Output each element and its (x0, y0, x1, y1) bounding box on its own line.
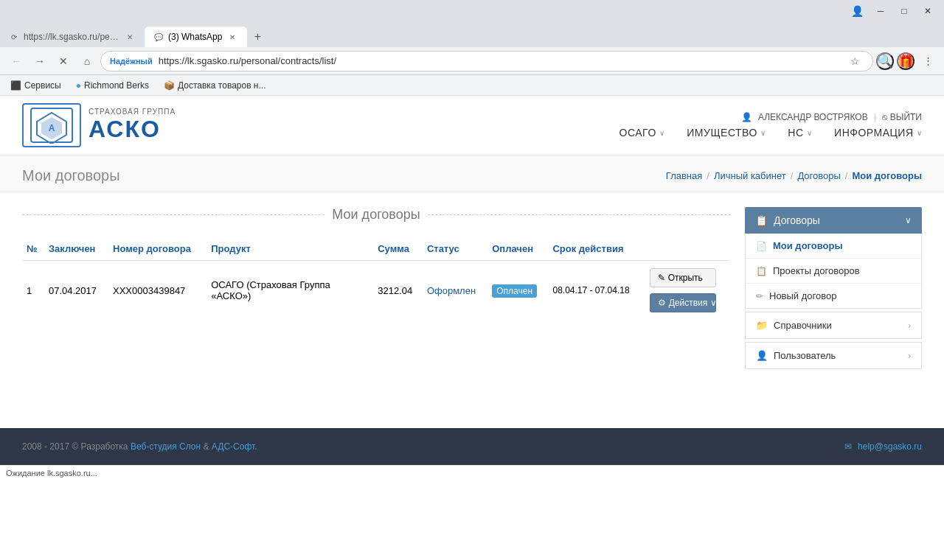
cell-validity: 08.04.17 - 07.04.18 (548, 261, 645, 321)
col-signed: Заключен (44, 237, 108, 261)
extension-icon-2[interactable]: 🎁 (897, 52, 914, 70)
sidebar-contracts-header[interactable]: 📋 Договоры ∨ (745, 207, 922, 234)
breadcrumb: Главная / Личный кабинет / Договоры / Мо… (666, 170, 922, 181)
col-num: № (22, 237, 44, 261)
header-right: 👤 АЛЕКСАНДР ВОСТРЯКОВ | ⎋ ВЫЙТИ ОСАГО ∨ … (620, 112, 922, 139)
footer-contact: ✉ help@sgasko.ru (844, 441, 922, 452)
cell-contract-num: ХХХ0003439847 (108, 261, 206, 321)
sidebar-references: 📁 Справочники › (745, 312, 922, 339)
actions-icon: ⚙ (658, 298, 666, 308)
nav-osago-chevron: ∨ (659, 129, 665, 137)
sidebar-item-my-contracts[interactable]: 📄 Мои договоры (746, 234, 921, 259)
col-contract-num: Номер договора (108, 237, 206, 261)
email-icon: ✉ (844, 441, 852, 452)
logout-label: ВЫЙТИ (890, 112, 922, 122)
nav-ns[interactable]: НС ∨ (788, 127, 812, 139)
logout-button[interactable]: ⎋ ВЫЙТИ (882, 112, 922, 122)
ads-link[interactable]: АДС-Софт. (212, 441, 257, 452)
svg-text:А: А (49, 123, 55, 133)
bookmarks-bar: ⬛ Сервисы ● Richmond Berks 📦 Доставка то… (0, 75, 944, 96)
sidebar-item-draft-contracts[interactable]: 📋 Проекты договоров (746, 259, 921, 284)
nav-property[interactable]: ИМУЩЕСТВО ∨ (687, 127, 766, 139)
tabs-bar: ⟳ https://lk.sgasko.ru/pers... ✕ 💬 (3) W… (0, 22, 944, 47)
nav-osago-label: ОСАГО (620, 127, 656, 139)
status-text: Ожидание lk.sgasko.ru... (6, 469, 97, 477)
home-button[interactable]: ⌂ (77, 51, 97, 71)
back-button[interactable]: ← (6, 51, 27, 71)
window-controls: 👤 ─ □ ✕ (847, 1, 938, 21)
user-section-label: Пользователь (774, 350, 836, 361)
my-contracts-label: Мои договоры (773, 240, 843, 251)
user-icon: 👤 (741, 112, 752, 122)
breadcrumb-cabinet[interactable]: Личный кабинет (714, 170, 786, 181)
breadcrumb-contracts[interactable]: Договоры (797, 170, 840, 181)
draft-contracts-icon: 📋 (756, 266, 767, 276)
cell-paid: Оплачен (487, 261, 548, 321)
sidebar-item-new-contract[interactable]: ✏ Новый договор (746, 284, 921, 308)
nav-ns-chevron: ∨ (807, 129, 813, 137)
user-chevron: › (908, 351, 911, 361)
nav-osago[interactable]: ОСАГО ∨ (620, 127, 665, 139)
open-button[interactable]: ✎ Открыть (650, 268, 716, 287)
col-paid: Оплачен (487, 237, 548, 261)
bookmark-richmond[interactable]: ● Richmond Berks (72, 79, 153, 92)
user-info: 👤 АЛЕКСАНДР ВОСТРЯКОВ | ⎋ ВЫЙТИ (741, 112, 922, 122)
studio-link[interactable]: Веб-студия Слон (131, 441, 201, 452)
cell-actions: ✎ Открыть ⚙ Действия ∨ (645, 261, 730, 321)
nav-info-chevron: ∨ (917, 129, 923, 137)
tab-close-1[interactable]: ✕ (124, 31, 136, 43)
contracts-table: № Заключен Номер договора Продукт Сумма … (22, 237, 730, 320)
nav-bar: ← → ✕ ⌂ Надёжный https://lk.sgasko.ru/pe… (0, 47, 944, 75)
col-validity: Срок действия (548, 237, 645, 261)
close-button[interactable]: ✕ (917, 3, 938, 19)
tab-inactive[interactable]: ⟳ https://lk.sgasko.ru/pers... ✕ (0, 27, 145, 47)
bookmark-icon-3: 📦 (164, 80, 175, 91)
page: А страховая группа АСКО 👤 АЛЕКСАНДР ВОСТ… (0, 96, 944, 465)
reload-button[interactable]: ✕ (53, 51, 74, 71)
minimize-button[interactable]: ─ (870, 3, 891, 19)
sidebar-references-header[interactable]: 📁 Справочники › (746, 312, 921, 338)
user-name: АЛЕКСАНДР ВОСТРЯКОВ (758, 112, 868, 122)
chrome-menu-button[interactable]: ⋮ (917, 51, 938, 71)
new-contract-icon: ✏ (756, 291, 763, 301)
main-content: Мои договоры № Заключен Номер договора П… (22, 207, 730, 369)
references-label: Справочники (774, 320, 832, 331)
star-icon[interactable]: ☆ (846, 52, 864, 70)
logo-subtitle: страховая группа (88, 108, 176, 116)
tab-close-2[interactable]: ✕ (226, 31, 238, 43)
nav-ns-label: НС (788, 127, 803, 139)
cell-amount: 3212.04 (373, 261, 423, 321)
references-chevron: › (908, 321, 911, 331)
breadcrumb-home[interactable]: Главная (666, 170, 702, 181)
tab-title-2: (3) WhatsApp (168, 32, 222, 42)
bookmark-delivery[interactable]: 📦 Доставка товаров н... (159, 79, 271, 92)
forward-button[interactable]: → (30, 51, 50, 71)
new-tab-button[interactable]: + (247, 27, 268, 47)
sidebar-contracts-chevron: ∨ (905, 215, 912, 225)
title-bar: 👤 ─ □ ✕ (0, 0, 944, 22)
secure-label: Надёжный (110, 57, 153, 66)
actions-button[interactable]: ⚙ Действия ∨ (650, 293, 716, 312)
maximize-button[interactable]: □ (894, 3, 914, 19)
table-header-row: № Заключен Номер договора Продукт Сумма … (22, 237, 730, 261)
bookmark-label-3: Доставка товаров н... (178, 80, 266, 91)
cell-status: Оформлен (423, 261, 487, 321)
extension-icon-1[interactable]: 🔍 (876, 52, 894, 70)
tab-favicon-1: ⟳ (9, 32, 19, 42)
address-bar[interactable]: Надёжный https://lk.sgasko.ru/personal/c… (100, 51, 873, 71)
bookmark-services[interactable]: ⬛ Сервисы (6, 79, 66, 92)
references-icon: 📁 (756, 320, 768, 331)
breadcrumb-sep-1: / (707, 170, 709, 181)
logo-title: АСКО (88, 116, 176, 143)
sidebar-user-header[interactable]: 👤 Пользователь › (746, 343, 921, 368)
email-address[interactable]: help@sgasko.ru (858, 441, 922, 452)
actions-chevron: ∨ (710, 298, 717, 308)
user-icon-btn[interactable]: 👤 (847, 1, 867, 21)
status-bar: Ожидание lk.sgasko.ru... (0, 465, 944, 480)
bookmark-icon-1: ⬛ (10, 80, 21, 91)
action-buttons: ✎ Открыть ⚙ Действия ∨ (650, 268, 726, 312)
col-actions (645, 237, 730, 261)
tab-whatsapp[interactable]: 💬 (3) WhatsApp ✕ (145, 27, 247, 47)
sidebar-contracts-label: Договоры (774, 214, 820, 226)
nav-info[interactable]: ИНФОРМАЦИЯ ∨ (834, 127, 922, 139)
